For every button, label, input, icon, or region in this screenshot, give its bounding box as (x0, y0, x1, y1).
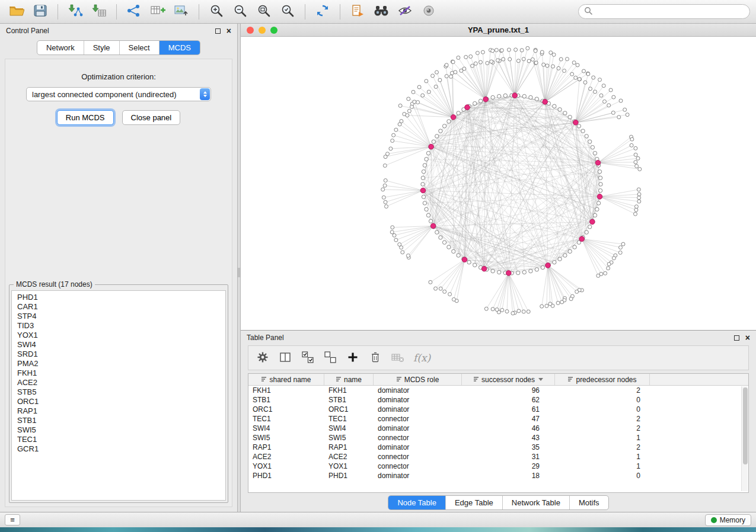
open-file-button[interactable] (6, 2, 27, 21)
zoom-in-button[interactable] (206, 2, 227, 21)
column-header-successor-nodes[interactable]: successor nodes (462, 374, 555, 385)
mcds-result-item[interactable]: GCR1 (17, 444, 220, 454)
column-label: name (344, 376, 362, 384)
table-row[interactable]: ORC1ORC1dominator610 (248, 405, 748, 414)
mcds-result-item[interactable]: TEC1 (17, 435, 220, 444)
optimization-criterion-label: Optimization criterion: (5, 72, 232, 81)
share-annotations-button[interactable] (347, 2, 368, 21)
show-preview-button[interactable] (418, 2, 439, 21)
table-row[interactable]: SWI4SWI4dominator462 (248, 424, 748, 433)
table-scrollbar[interactable] (741, 386, 748, 491)
search-input[interactable] (595, 8, 744, 16)
zoom-selected-button[interactable] (277, 2, 298, 21)
status-menu-button[interactable]: ≡ (5, 514, 20, 525)
function-builder-label[interactable]: f(x) (413, 352, 430, 364)
close-panel-icon[interactable]: × (227, 28, 231, 34)
mcds-result-item[interactable]: PHD1 (17, 293, 220, 302)
search-binoculars-button[interactable] (371, 2, 392, 21)
tab-style[interactable]: Style (84, 41, 120, 55)
column-header-MCDS-role[interactable]: MCDS role (374, 374, 462, 385)
run-mcds-button[interactable]: Run MCDS (57, 110, 114, 125)
table-row[interactable]: RAP1RAP1dominator352 (248, 443, 748, 452)
mcds-result-item[interactable]: ORC1 (17, 397, 220, 406)
mcds-result-item[interactable]: STB1 (17, 416, 220, 425)
cell-mcds-role: connector (374, 414, 462, 424)
tab-mcds[interactable]: MCDS (160, 41, 200, 55)
network-view[interactable] (241, 37, 756, 330)
scrollbar-thumb[interactable] (743, 387, 748, 464)
hamburger-icon: ≡ (10, 515, 15, 524)
mcds-result-list[interactable]: PHD1CAR1STP4TID3YOX1SWI4SRD1PMA2FKH1ACE2… (11, 290, 226, 501)
criterion-select[interactable]: largest connected component (undirected) (26, 87, 211, 101)
column-header-predecessor-nodes[interactable]: predecessor nodes (555, 374, 650, 385)
delete-table-button[interactable] (388, 349, 407, 367)
tab-network-table[interactable]: Network Table (503, 496, 570, 509)
cell-name: SWI4 (324, 424, 374, 433)
table-row[interactable]: PHD1PHD1dominator180 (248, 471, 748, 480)
select-all-button[interactable] (298, 349, 317, 367)
search-box[interactable] (578, 4, 750, 19)
column-chooser-button[interactable] (276, 349, 295, 367)
cell-successor-nodes: 29 (462, 462, 555, 471)
network-window-titlebar: YPA_prune.txt_1 (241, 24, 756, 37)
column-header-shared-name[interactable]: shared name (248, 374, 324, 385)
refresh-button[interactable] (312, 2, 333, 21)
float-table-panel-icon[interactable] (734, 335, 739, 341)
mcds-result-item[interactable]: STP4 (17, 312, 220, 321)
mcds-result-item[interactable]: STB5 (17, 387, 220, 397)
zoom-fit-button[interactable] (253, 2, 275, 21)
cell-name: ORC1 (324, 405, 374, 414)
cell-predecessor-nodes: 0 (555, 395, 650, 405)
table-row[interactable]: ACE2ACE2connector311 (248, 452, 748, 462)
delete-button[interactable] (366, 349, 385, 367)
new-network-from-table-button[interactable] (147, 2, 168, 21)
mcds-result-item[interactable]: SRD1 (17, 350, 220, 359)
close-panel-button[interactable]: Close panel (122, 110, 181, 125)
table-row[interactable]: FKH1FKH1dominator962 (248, 386, 748, 395)
import-table-file-button[interactable] (88, 2, 110, 21)
mcds-result-item[interactable]: FKH1 (17, 368, 220, 378)
search-binoculars-icon (374, 4, 389, 19)
table-row[interactable]: YOX1YOX1connector291 (248, 462, 748, 471)
import-network-file-button[interactable] (65, 2, 86, 21)
mcds-result-item[interactable]: YOX1 (17, 331, 220, 340)
mcds-result-item[interactable]: PMA2 (17, 359, 220, 368)
table-row[interactable]: TEC1TEC1connector472 (248, 414, 748, 424)
add-button[interactable] (343, 349, 362, 367)
zoom-out-button[interactable] (229, 2, 251, 21)
window-close-icon[interactable] (247, 27, 254, 34)
mcds-result-item[interactable]: CAR1 (17, 302, 220, 312)
new-network-button[interactable] (123, 2, 145, 21)
mcds-result-item[interactable]: ACE2 (17, 378, 220, 387)
cell-predecessor-nodes: 1 (555, 462, 650, 471)
table-row[interactable]: SWI5SWI5connector431 (248, 433, 748, 443)
memory-status-icon (711, 517, 717, 523)
mcds-result-item[interactable]: SWI4 (17, 340, 220, 350)
mcds-result-item[interactable]: RAP1 (17, 406, 220, 416)
gear-button[interactable] (253, 349, 272, 367)
table-row[interactable]: STB1STB1dominator620 (248, 395, 748, 405)
column-header-name[interactable]: name (324, 374, 374, 385)
tab-edge-table[interactable]: Edge Table (446, 496, 503, 509)
import-table-file-icon (91, 4, 107, 19)
tab-select[interactable]: Select (120, 41, 160, 55)
deselect-all-button[interactable] (321, 349, 340, 367)
tab-node-table[interactable]: Node Table (388, 496, 446, 509)
tab-network[interactable]: Network (37, 41, 84, 55)
tab-motifs[interactable]: Motifs (570, 496, 608, 509)
window-maximize-icon[interactable] (270, 27, 277, 34)
window-minimize-icon[interactable] (259, 27, 266, 34)
memory-button[interactable]: Memory (705, 514, 751, 526)
select-stepper-icon (200, 88, 210, 100)
new-network-icon (126, 4, 142, 19)
save-button[interactable] (30, 2, 51, 21)
hide-selected-button[interactable] (394, 2, 416, 21)
panel-splitter[interactable] (237, 24, 241, 512)
mcds-result-item[interactable]: TID3 (17, 321, 220, 331)
close-table-panel-icon[interactable]: × (745, 335, 750, 341)
float-panel-icon[interactable] (215, 28, 221, 34)
export-image-button[interactable] (171, 2, 192, 21)
cell-name: SWI5 (324, 433, 374, 443)
control-panel-tabbar: NetworkStyleSelectMCDS (0, 38, 237, 59)
mcds-result-item[interactable]: SWI5 (17, 425, 220, 435)
